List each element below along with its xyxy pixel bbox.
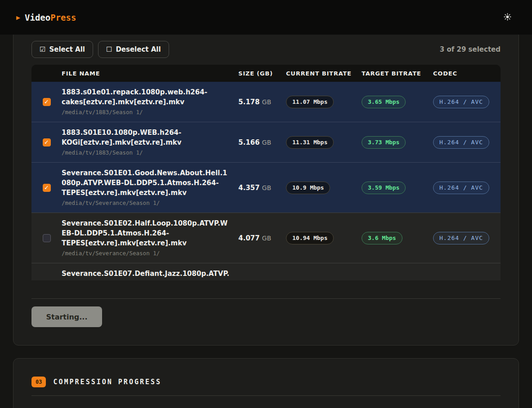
main-content: ☑ Select All ☐ Deselect All 3 of 29 sele… [0, 28, 532, 408]
codec-badge: H.264 / AVC [433, 96, 489, 108]
column-header-file-name: FILE NAME [62, 70, 238, 77]
table-row[interactable]: ✓ 1883.s01e01.repack.1080p.web.h264-cake… [31, 82, 501, 122]
file-path: /media/tv/Severance/Season 1/ [62, 199, 238, 207]
theme-toggle-button[interactable] [501, 10, 514, 25]
file-size-value: 4.077 [238, 234, 259, 242]
row-checkbox[interactable]: ✓ [43, 138, 51, 146]
file-size-unit: GB [262, 98, 271, 106]
table-row[interactable]: ✓ Severance.S01E01.Good.News.About.Hell.… [31, 162, 501, 213]
file-name: Severance.S01E07.Defiant.Jazz.1080p.ATVP… [62, 269, 238, 280]
column-header-codec: CODEC [433, 70, 501, 77]
file-path: /media/tv/1883/Season 1/ [62, 108, 238, 116]
checked-box-icon: ☑ [40, 45, 45, 53]
app-logo: ▶VideoPress [16, 13, 76, 22]
file-name: Severance.S01E02.Half.Loop.1080p.ATVP.WE… [62, 218, 238, 248]
codec-badge: H.264 / AVC [433, 136, 489, 149]
brand-name-primary: Video [25, 13, 50, 22]
check-icon: ✓ [44, 139, 49, 145]
divider [31, 395, 501, 396]
current-bitrate-badge: 10.9 Mbps [286, 182, 330, 194]
file-size-unit: GB [262, 139, 271, 146]
section-title: COMPRESSION PROGRESS [53, 378, 161, 386]
file-size-value: 4.357 [238, 184, 259, 192]
deselect-all-label: Deselect All [116, 45, 161, 53]
table-row[interactable]: ✓ 1883.S01E10.1080p.WEB.h264-KOGi[eztv.r… [31, 122, 501, 162]
row-checkbox[interactable]: ✓ [43, 98, 51, 106]
table-body: ✓ 1883.s01e01.repack.1080p.web.h264-cake… [31, 82, 501, 280]
target-bitrate-badge: 3.65 Mbps [362, 96, 406, 108]
target-bitrate-badge: 3.73 Mbps [362, 136, 406, 149]
sun-icon [504, 13, 511, 22]
file-table[interactable]: FILE NAME SIZE (GB) CURRENT BITRATE TARG… [31, 65, 501, 280]
select-all-label: Select All [49, 45, 85, 53]
selection-status: 3 of 29 selected [440, 45, 501, 53]
deselect-all-button[interactable]: ☐ Deselect All [98, 41, 169, 58]
row-checkbox[interactable]: ✓ [43, 184, 51, 192]
codec-badge: H.264 / AVC [433, 232, 489, 244]
file-selection-card: ☑ Select All ☐ Deselect All 3 of 29 sele… [13, 28, 519, 346]
section-header: 03 COMPRESSION PROGRESS [31, 377, 501, 387]
table-row[interactable]: ✓ Severance.S01E02.Half.Loop.1080p.ATVP.… [31, 213, 501, 263]
file-size-value: 5.166 [238, 138, 259, 146]
table-header-row: FILE NAME SIZE (GB) CURRENT BITRATE TARG… [31, 65, 501, 82]
file-size-unit: GB [262, 184, 271, 191]
current-bitrate-badge: 10.94 Mbps [286, 232, 334, 244]
brand-name-accent: Press [50, 13, 76, 22]
column-header-target-bitrate: TARGET BITRATE [362, 70, 433, 77]
table-row[interactable]: ✓ Severance.S01E07.Defiant.Jazz.1080p.AT… [31, 263, 501, 280]
select-all-button[interactable]: ☑ Select All [31, 41, 93, 58]
column-header-size: SIZE (GB) [238, 70, 286, 77]
selection-toolbar: ☑ Select All ☐ Deselect All 3 of 29 sele… [31, 41, 501, 58]
file-size-unit: GB [262, 235, 271, 242]
divider [31, 298, 501, 299]
file-path: /media/tv/1883/Season 1/ [62, 149, 238, 157]
unchecked-box-icon: ☐ [106, 45, 112, 53]
step-number-badge: 03 [31, 377, 46, 387]
target-bitrate-badge: 3.59 Mbps [362, 182, 406, 194]
app-header: ▶VideoPress [0, 0, 532, 35]
file-size-value: 5.178 [238, 98, 259, 106]
file-name: 1883.s01e01.repack.1080p.web.h264-cakes[… [62, 87, 238, 107]
play-icon: ▶ [16, 13, 20, 22]
compression-progress-card: 03 COMPRESSION PROGRESS [13, 358, 519, 408]
file-name: 1883.S01E10.1080p.WEB.h264-KOGi[eztv.re]… [62, 128, 238, 147]
file-path: /media/tv/Severance/Season 1/ [62, 249, 238, 257]
current-bitrate-badge: 11.31 Mbps [286, 136, 334, 149]
codec-badge: H.264 / AVC [433, 182, 489, 194]
file-name: Severance.S01E01.Good.News.About.Hell.10… [62, 168, 238, 198]
start-compression-button[interactable]: Starting... [31, 306, 102, 327]
check-icon: ✓ [44, 185, 49, 191]
check-icon: ✓ [44, 99, 49, 105]
column-header-current-bitrate: CURRENT BITRATE [286, 70, 362, 77]
target-bitrate-badge: 3.6 Mbps [362, 232, 402, 244]
row-checkbox[interactable]: ✓ [43, 234, 51, 242]
current-bitrate-badge: 11.07 Mbps [286, 96, 334, 108]
